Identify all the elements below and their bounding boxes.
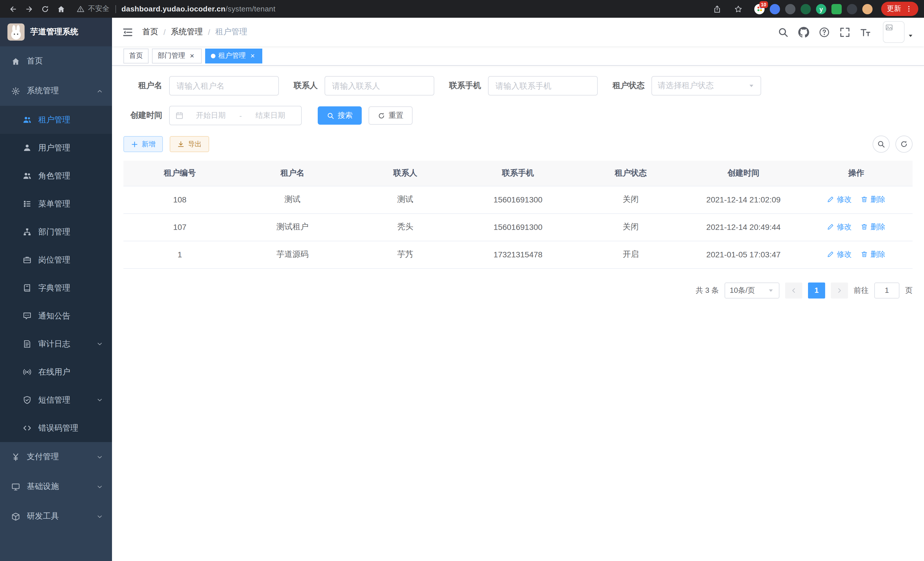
user-avatar[interactable] xyxy=(883,21,904,43)
sidebar-menu: 首页系统管理租户管理用户管理角色管理菜单管理部门管理岗位管理字典管理通知公告审计… xyxy=(0,46,112,561)
sidebar-item-devtools[interactable]: 研发工具 xyxy=(0,502,112,531)
search-icon xyxy=(327,112,334,119)
app-logo[interactable]: 芋道管理系统 xyxy=(0,18,112,46)
row-delete-button[interactable]: 删除 xyxy=(861,249,885,260)
row-edit-button[interactable]: 修改 xyxy=(827,249,852,260)
home-icon[interactable] xyxy=(54,2,69,16)
url-host: dashboard.yudao.iocoder.cn xyxy=(122,5,225,13)
refresh-table-button[interactable] xyxy=(896,135,913,153)
breadcrumb-system[interactable]: 系统管理 xyxy=(171,27,203,37)
page-size-select[interactable]: 10条/页 xyxy=(724,282,779,298)
edit-label: 修改 xyxy=(837,194,852,205)
tenant-name-input[interactable] xyxy=(169,76,279,96)
sidebar-item-pay[interactable]: 支付管理 xyxy=(0,442,112,472)
date-range-separator: - xyxy=(238,111,243,120)
create-time-range-picker[interactable]: 开始日期 - 结束日期 xyxy=(169,106,302,125)
table-toolbar: 新增 导出 xyxy=(123,135,913,153)
export-button[interactable]: 导出 xyxy=(170,136,209,152)
main-panel: 首页 / 系统管理 / 租户管理 首页部门管理×租 xyxy=(112,18,924,561)
prev-page-button[interactable] xyxy=(785,282,802,298)
next-page-button[interactable] xyxy=(831,282,848,298)
add-button[interactable]: 新增 xyxy=(123,136,163,152)
extension-green-y[interactable]: y xyxy=(816,4,826,14)
forward-icon[interactable] xyxy=(22,2,37,16)
sidebar-item-dept[interactable]: 部门管理 xyxy=(0,218,112,246)
question-icon[interactable] xyxy=(819,27,830,38)
total-count: 共 3 条 xyxy=(696,285,719,295)
share-icon[interactable] xyxy=(710,2,724,16)
extension-blue[interactable] xyxy=(770,4,780,14)
tab-home[interactable]: 首页 xyxy=(123,48,148,63)
sidebar-item-notice[interactable]: 通知公告 xyxy=(0,302,112,330)
sidebar-item-user[interactable]: 用户管理 xyxy=(0,134,112,162)
tab-tenant[interactable]: 租户管理× xyxy=(205,48,262,63)
sidebar-item-errcode[interactable]: 错误码管理 xyxy=(0,414,112,442)
extension-dots[interactable]: 10 xyxy=(754,4,765,14)
bookmark-star-icon[interactable] xyxy=(731,2,746,16)
sidebar-item-home[interactable]: 首页 xyxy=(0,46,112,76)
cell-phone: 17321315478 xyxy=(462,241,574,268)
page-suffix: 页 xyxy=(905,285,913,295)
errorcode-icon xyxy=(23,424,32,432)
sidebar-item-label: 字典管理 xyxy=(38,283,70,293)
browser-actions: 10y 更新 xyxy=(710,2,918,16)
search-icon[interactable] xyxy=(778,27,789,38)
sidebar-item-post[interactable]: 岗位管理 xyxy=(0,246,112,274)
cell-id: 108 xyxy=(123,186,236,213)
sidebar-item-system[interactable]: 系统管理 xyxy=(0,76,112,106)
sidebar-item-online[interactable]: 在线用户 xyxy=(0,358,112,386)
sidebar-item-audit[interactable]: 审计日志 xyxy=(0,330,112,358)
sidebar-item-sms[interactable]: 短信管理 xyxy=(0,386,112,414)
tab-dept[interactable]: 部门管理× xyxy=(152,48,202,63)
kebab-menu-icon[interactable] xyxy=(905,5,913,13)
logo-avatar xyxy=(8,23,25,41)
extension-dark[interactable] xyxy=(847,4,857,14)
toggle-search-button[interactable] xyxy=(873,135,890,153)
extension-gray[interactable] xyxy=(785,4,795,14)
fullscreen-icon[interactable] xyxy=(839,27,850,38)
extension-green-square[interactable] xyxy=(831,4,842,14)
page-1-button[interactable]: 1 xyxy=(808,282,825,298)
sidebar-item-role[interactable]: 角色管理 xyxy=(0,162,112,190)
address-bar[interactable]: dashboard.yudao.iocoder.cn/system/tenant xyxy=(122,5,710,13)
column-header: 租户名 xyxy=(236,161,349,186)
search-button-label: 搜索 xyxy=(338,110,352,121)
edit-label: 修改 xyxy=(837,249,852,260)
goto-page-input[interactable] xyxy=(874,282,899,298)
sidebar-item-label: 支付管理 xyxy=(27,452,59,462)
app-header: 首页 / 系统管理 / 租户管理 xyxy=(112,18,924,46)
sidebar-item-label: 租户管理 xyxy=(38,115,70,125)
filter-status: 租户状态 请选择租户状态 xyxy=(613,76,761,96)
chevron-down-icon xyxy=(97,484,103,490)
close-tab-icon[interactable]: × xyxy=(249,52,256,60)
reset-button[interactable]: 重置 xyxy=(369,106,412,125)
sidebar-item-infra[interactable]: 基础设施 xyxy=(0,472,112,502)
row-delete-button[interactable]: 删除 xyxy=(861,222,885,232)
reload-icon[interactable] xyxy=(38,2,52,16)
extension-avatar[interactable] xyxy=(862,4,873,14)
row-edit-button[interactable]: 修改 xyxy=(827,194,852,205)
sidebar-item-dict[interactable]: 字典管理 xyxy=(0,274,112,302)
sidebar-collapse-button[interactable] xyxy=(122,27,133,38)
sidebar-item-menu[interactable]: 菜单管理 xyxy=(0,190,112,218)
tenant-table: 租户编号租户名联系人联系手机租户状态创建时间操作 108测试测试15601691… xyxy=(123,161,913,268)
sidebar-item-label: 首页 xyxy=(27,56,43,66)
update-button[interactable]: 更新 xyxy=(881,2,918,16)
close-tab-icon[interactable]: × xyxy=(188,52,196,60)
extension-dark-green[interactable] xyxy=(801,4,811,14)
caret-down-icon[interactable] xyxy=(908,32,914,39)
row-edit-button[interactable]: 修改 xyxy=(827,222,852,232)
tags-view: 首页部门管理×租户管理× xyxy=(112,46,924,66)
contact-input[interactable] xyxy=(325,76,434,96)
github-icon[interactable] xyxy=(798,27,809,38)
font-size-icon[interactable] xyxy=(860,27,871,38)
search-button[interactable]: 搜索 xyxy=(318,106,362,125)
chevron-up-icon xyxy=(97,88,103,94)
breadcrumb-home[interactable]: 首页 xyxy=(142,27,158,37)
security-chip[interactable]: 不安全 xyxy=(76,4,110,14)
back-icon[interactable] xyxy=(6,2,21,16)
row-delete-button[interactable]: 删除 xyxy=(861,194,885,205)
tenant-status-select[interactable]: 请选择租户状态 xyxy=(651,76,761,96)
phone-input[interactable] xyxy=(488,76,598,96)
sidebar-item-tenant[interactable]: 租户管理 xyxy=(0,106,112,134)
